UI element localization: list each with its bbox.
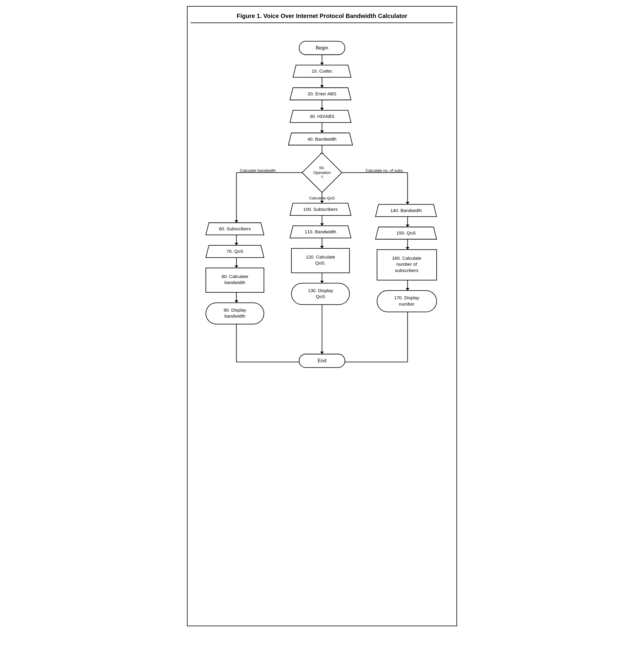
n50-label-2: Operation (313, 170, 331, 175)
svg-marker-51 (406, 225, 409, 227)
n90-label-2: bandwidth (224, 313, 245, 318)
figure-title: Figure 1. Voice Over Internet Protocol B… (190, 13, 454, 23)
n100-label: 100. Subscribers (303, 207, 338, 212)
svg-marker-5 (320, 85, 324, 88)
end-label: End (318, 358, 326, 363)
svg-marker-2 (320, 63, 324, 65)
n160-label-1: 160. Calculate (392, 255, 421, 261)
svg-marker-11 (320, 130, 324, 133)
svg-marker-57 (406, 288, 409, 291)
svg-marker-33 (320, 201, 324, 203)
n170-label-1: 170. Display (394, 295, 419, 300)
svg-marker-18 (235, 220, 238, 223)
n80-label-1: 80. Calculate (221, 274, 248, 279)
n80-label-2: bandwidth (224, 280, 245, 285)
svg-marker-42 (320, 281, 324, 283)
n20-label: 20. Enter ABS (308, 91, 336, 96)
n110-label: 110. Bandwidth (305, 229, 336, 234)
n50-label-1: 50. (319, 166, 325, 170)
n50-label-3: ? (321, 175, 323, 179)
n120-label-2: QoS. (316, 260, 326, 265)
svg-marker-39 (320, 246, 324, 248)
svg-marker-27 (235, 300, 238, 303)
label-calc-bw: Calculate bandwidth (240, 168, 276, 173)
svg-marker-36 (320, 224, 324, 226)
page-container: Figure 1. Voice Over Internet Protocol B… (187, 6, 457, 626)
n130-label-1: 130. Display (308, 288, 333, 293)
n160-label-2: number of (397, 262, 417, 267)
n30-label: 30. HD/ABS (310, 114, 334, 119)
svg-marker-8 (320, 108, 324, 110)
n140-label: 140. Bandwidth (390, 208, 422, 213)
label-calc-subs: Calculate no. of subs. (365, 168, 404, 173)
svg-marker-54 (406, 247, 409, 250)
svg-marker-24 (235, 265, 238, 268)
begin-label: Begin (316, 45, 328, 50)
n90-label-1: 90. Display (224, 307, 246, 312)
flowchart-svg: Begin 10. Codec 20. Enter ABS 30. HD/ABS… (190, 32, 454, 613)
n150-label: 150. QoS (397, 230, 416, 235)
svg-marker-21 (235, 243, 238, 245)
n120-label-1: 120. Calculate (306, 254, 335, 260)
n40-label: 40. Bandwidth (308, 137, 337, 142)
n130-label-2: QoS (316, 294, 325, 299)
n70-label: 70. QoS (226, 249, 243, 254)
n60-label: 60. Subscribers (219, 226, 251, 231)
svg-marker-48 (406, 202, 409, 204)
svg-marker-45 (320, 352, 324, 354)
n160-label-3: subscribers (395, 268, 418, 273)
n170-label-2: number (399, 302, 415, 307)
n10-label: 10. Codec (311, 68, 333, 74)
